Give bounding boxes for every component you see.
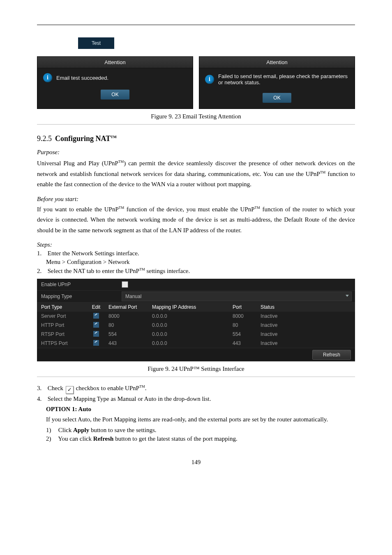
section-heading: 9.2.5 Configuring NATTM	[37, 134, 355, 143]
cell-mapping-ip: 0.0.0.0	[150, 331, 230, 337]
mapping-type-value-cell: Manual	[119, 291, 355, 301]
dialog-footer: OK	[199, 90, 355, 109]
edit-icon[interactable]	[93, 331, 99, 337]
col-port-type: Port Type	[37, 304, 86, 310]
col-mapping-ip: Mapping IP Address	[150, 304, 230, 310]
cell-external-port: 80	[106, 322, 150, 328]
cell-edit	[86, 313, 106, 320]
dialog-title: Attention	[37, 57, 193, 68]
substep-1: 1) Click Apply button to save the settin…	[37, 427, 355, 434]
ok-button[interactable]: OK	[263, 93, 291, 103]
dialog-body: Email test succeeded.	[37, 68, 193, 87]
cell-port: 554	[230, 331, 258, 337]
cell-port-type: RTSP Port	[37, 331, 86, 337]
substep-text-a: Click	[58, 427, 73, 433]
step-text-c: .	[145, 385, 147, 391]
cell-edit	[86, 340, 106, 347]
col-external-port: External Port	[106, 304, 150, 310]
substep-2: 2) You can click Refresh button to get t…	[37, 435, 355, 442]
upnp-settings-panel: Enable UPnP Mapping Type Manual Port Typ…	[37, 279, 355, 361]
dialog-title: Attention	[199, 57, 355, 68]
attention-dialog-fail: Attention Failed to send test email, ple…	[199, 56, 355, 109]
before-paragraph: If you want to enable the UPnPTM functio…	[37, 204, 355, 236]
before-text-1: If you want to enable the UPnP	[37, 206, 119, 213]
tm-superscript: TM	[255, 206, 261, 210]
col-status: Status	[258, 304, 306, 310]
cell-external-port: 443	[106, 340, 150, 346]
edit-icon[interactable]	[93, 322, 99, 328]
step-num: 1.	[37, 250, 46, 257]
cell-mapping-ip: 0.0.0.0	[150, 313, 230, 319]
section-divider	[37, 124, 355, 125]
cell-status: Inactive	[258, 322, 306, 328]
step-1-path: Menu > Configuration > Network	[37, 259, 355, 266]
info-icon	[205, 75, 214, 84]
cell-port-type: Server Port	[37, 313, 86, 319]
substep-num: 1)	[46, 427, 57, 434]
attention-dialogs: Attention Email test succeeded. OK Atten…	[37, 56, 355, 109]
table-row: HTTPS Port 443 0.0.0.0 443 Inactive	[37, 339, 355, 348]
purpose-label: Purpose:	[37, 149, 355, 156]
tm-superscript: TM	[118, 160, 124, 164]
cell-port: 443	[230, 340, 258, 346]
attention-dialog-success: Attention Email test succeeded. OK	[37, 56, 193, 109]
before-text-2: function of the device, you must enable …	[124, 206, 254, 213]
tm-superscript: TM	[320, 170, 326, 174]
ok-button[interactable]: OK	[101, 90, 129, 99]
info-icon	[43, 73, 52, 82]
mapping-type-row: Mapping Type Manual	[37, 291, 355, 303]
option-1-heading: OPTION 1: Auto	[37, 406, 355, 413]
section-title: Configuring NATTM	[55, 134, 117, 143]
substep-num: 2)	[46, 435, 57, 442]
upnp-table-header: Port Type Edit External Port Mapping IP …	[37, 303, 355, 312]
step-text-b: checkbox to enable UPnP	[76, 385, 140, 391]
cell-status: Inactive	[258, 340, 306, 346]
cell-external-port: 8000	[106, 313, 150, 319]
tm-superscript: TM	[139, 384, 145, 388]
section-title-text: Configuring NAT	[55, 134, 111, 143]
refresh-button[interactable]: Refresh	[312, 350, 351, 360]
cell-port-type: HTTP Port	[37, 322, 86, 328]
apply-label: Apply	[73, 427, 89, 433]
tm-superscript: TM	[139, 267, 145, 271]
enable-upnp-label: Enable UPnP	[37, 282, 119, 287]
dialog-footer: OK	[37, 87, 193, 105]
checkbox-icon: ✓	[66, 386, 74, 394]
tm-superscript: TM	[111, 135, 117, 139]
purpose-text-1: Universal Plug and Play (UPnP	[37, 160, 118, 166]
step-text-a: Check	[48, 385, 63, 391]
table-row: RTSP Port 554 0.0.0.0 554 Inactive	[37, 330, 355, 339]
step-text: Select the NAT tab to enter the UPnP	[48, 268, 139, 274]
substep-text-b: button to save the settings.	[89, 427, 156, 433]
step-1: 1. Enter the Network Settings interface.	[37, 250, 355, 257]
table-row: HTTP Port 80 0.0.0.0 80 Inactive	[37, 321, 355, 330]
chevron-down-icon	[346, 295, 349, 297]
cell-mapping-ip: 0.0.0.0	[150, 340, 230, 346]
cell-edit	[86, 322, 106, 329]
figure-caption-24: Figure 9. 24 UPnP™ Settings Interface	[37, 365, 355, 372]
cell-status: Inactive	[258, 331, 306, 337]
cell-port: 80	[230, 322, 258, 328]
edit-icon[interactable]	[93, 313, 99, 319]
cell-status: Inactive	[258, 313, 306, 319]
cell-external-port: 554	[106, 331, 150, 337]
section-number: 9.2.5	[37, 134, 52, 143]
purpose-paragraph: Universal Plug and Play (UPnPTM) can per…	[37, 158, 355, 190]
enable-upnp-checkbox[interactable]	[122, 281, 128, 288]
mapping-type-select[interactable]: Manual	[122, 291, 352, 301]
mapping-type-label: Mapping Type	[37, 294, 119, 299]
steps-label: Steps:	[37, 241, 355, 248]
dialog-body: Failed to send test email, please check …	[199, 68, 355, 90]
col-edit: Edit	[86, 304, 106, 310]
enable-upnp-row: Enable UPnP	[37, 279, 355, 291]
figure-caption-23: Figure 9. 23 Email Testing Attention	[37, 113, 355, 120]
step-num: 2.	[37, 268, 46, 275]
page-number: 149	[37, 459, 355, 466]
upnp-footer: Refresh	[37, 348, 355, 361]
cell-mapping-ip: 0.0.0.0	[150, 322, 230, 328]
test-button-row: Test	[37, 37, 355, 49]
test-button[interactable]: Test	[78, 37, 114, 49]
edit-icon[interactable]	[93, 340, 99, 346]
tm-superscript: TM	[119, 206, 125, 210]
top-rule	[37, 25, 355, 25]
